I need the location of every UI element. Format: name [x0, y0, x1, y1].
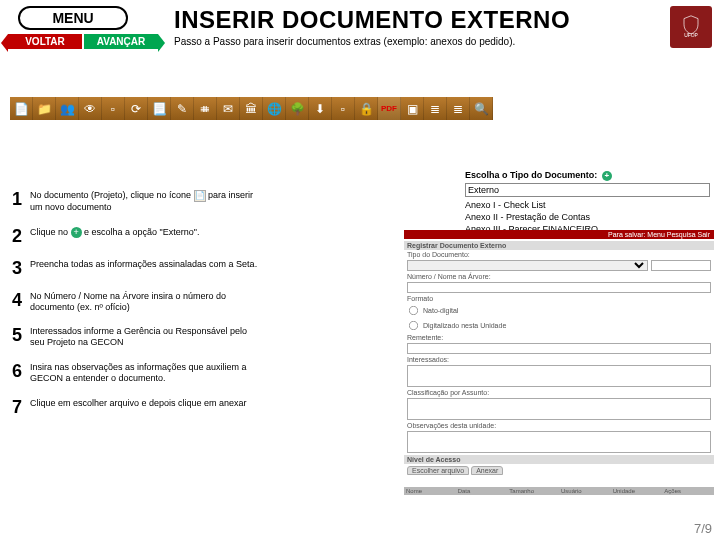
form-topbar: Para salvar: Menu Pesquisa Sair	[404, 230, 714, 239]
step-5: 5 Interessados informe a Gerência ou Res…	[8, 326, 258, 348]
stamp-icon[interactable]: ▣	[401, 97, 424, 120]
lock-icon[interactable]: 🔒	[355, 97, 378, 120]
download-icon[interactable]: ⬇	[309, 97, 332, 120]
form-footer: Nome Data Tamanho Usuário Unidade Ações	[404, 487, 714, 495]
fmt-label: Formato	[407, 295, 433, 302]
choose-file-button[interactable]: Escolher arquivo	[407, 466, 469, 475]
page-icon[interactable]: ▫	[102, 97, 125, 120]
doc-type-input[interactable]	[465, 183, 710, 197]
int-box[interactable]	[407, 365, 711, 387]
new-doc-icon: 📄	[194, 190, 206, 202]
num-label: Número / Nome na Árvore:	[407, 273, 491, 280]
building-icon[interactable]: 🏛	[240, 97, 263, 120]
cls-label: Classificação por Assunto:	[407, 389, 489, 396]
plus-icon: +	[71, 227, 82, 238]
fmt-digi-radio[interactable]	[409, 321, 418, 330]
register-form: Para salvar: Menu Pesquisa Sair Registra…	[404, 230, 714, 495]
type-select[interactable]	[407, 260, 648, 271]
cls-box[interactable]	[407, 398, 711, 420]
form-heading: Registrar Documento Externo	[404, 241, 714, 250]
date-field[interactable]	[651, 260, 711, 271]
page-number: 7/9	[694, 521, 712, 536]
file-blank-icon[interactable]: 📄	[10, 97, 33, 120]
page-title: INSERIR DOCUMENTO EXTERNO	[174, 6, 664, 34]
step-6: 6 Insira nas observações as informações …	[8, 362, 258, 384]
num-field[interactable]	[407, 282, 711, 293]
step-1: 1 No documento (Projeto), clique no ícon…	[8, 190, 258, 213]
code-icon[interactable]: ⩩	[194, 97, 217, 120]
fmt-nato-radio[interactable]	[409, 306, 418, 315]
obs-label: Observações desta unidade:	[407, 422, 496, 429]
pen-icon[interactable]: ✎	[171, 97, 194, 120]
doc-type-panel: Escolha o Tipo do Documento: + Anexo I -…	[465, 170, 710, 235]
type-label: Tipo do Documento:	[407, 251, 470, 258]
pdf-icon[interactable]: PDF	[378, 97, 401, 120]
tree-icon[interactable]: 🌳	[286, 97, 309, 120]
step-list: 1 No documento (Projeto), clique no ícon…	[8, 190, 258, 430]
mail-icon[interactable]: ✉	[217, 97, 240, 120]
rem-label: Remetente:	[407, 334, 443, 341]
svg-text:UFOP: UFOP	[684, 33, 698, 38]
globe-icon[interactable]: 🌐	[263, 97, 286, 120]
page-subtitle: Passo a Passo para inserir documentos ex…	[174, 36, 664, 47]
refresh-icon[interactable]: ⟳	[125, 97, 148, 120]
doc-type-label: Escolha o Tipo do Documento: +	[465, 170, 710, 181]
obs-box[interactable]	[407, 431, 711, 453]
search-icon[interactable]: 🔍	[470, 97, 493, 120]
menu-button[interactable]: MENU	[18, 6, 128, 30]
icon-toolbar: 📄 📁 👥 👁 ▫ ⟳ 📃 ✎ ⩩ ✉ 🏛 🌐 🌳 ⬇ ▫ 🔒 PDF ▣ ≣ …	[10, 97, 720, 120]
doc-type-option[interactable]: Anexo I - Check List	[465, 199, 710, 211]
doc-type-option[interactable]: Anexo II - Prestação de Contas	[465, 211, 710, 223]
people-icon[interactable]: 👥	[56, 97, 79, 120]
forward-button[interactable]: AVANÇAR	[84, 34, 158, 49]
doc-icon[interactable]: 📃	[148, 97, 171, 120]
list-icon[interactable]: ≣	[424, 97, 447, 120]
attach-button[interactable]: Anexar	[471, 466, 503, 475]
list2-icon[interactable]: ≣	[447, 97, 470, 120]
ufop-logo: UFOP	[670, 6, 712, 48]
step-4: 4 No Número / Nome na Árvore insira o nú…	[8, 291, 258, 313]
step-3: 3 Preencha todas as informações assinala…	[8, 259, 258, 277]
acc-heading: Nível de Acesso	[404, 455, 714, 464]
folder-icon[interactable]: 📁	[33, 97, 56, 120]
page2-icon[interactable]: ▫	[332, 97, 355, 120]
back-button[interactable]: VOLTAR	[8, 34, 82, 49]
step-2: 2 Clique no + e escolha a opção "Externo…	[8, 227, 258, 245]
plus-icon[interactable]: +	[602, 171, 612, 181]
nav-box: MENU VOLTAR AVANÇAR	[8, 6, 158, 49]
int-label: Interessados:	[407, 356, 449, 363]
rem-field[interactable]	[407, 343, 711, 354]
step-7: 7 Clique em escolher arquivo e depois cl…	[8, 398, 258, 416]
eye-icon[interactable]: 👁	[79, 97, 102, 120]
